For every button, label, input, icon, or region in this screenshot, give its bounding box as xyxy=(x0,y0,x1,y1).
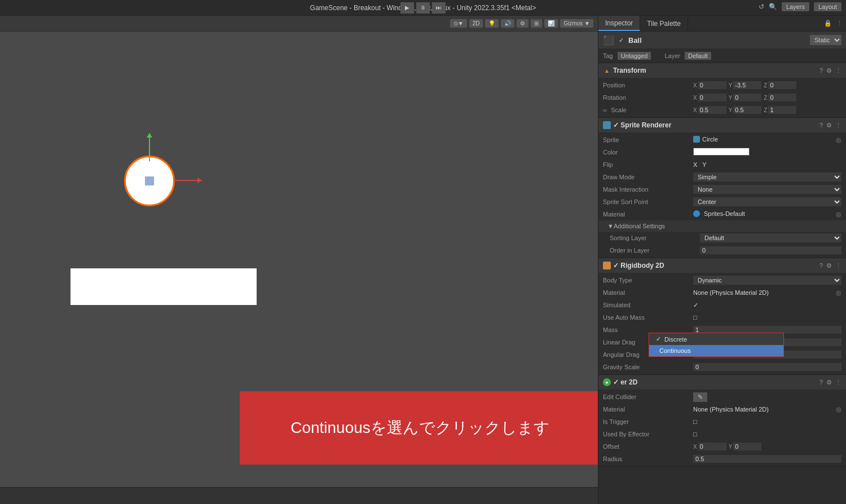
rotation-row: Rotation X Y Z xyxy=(598,91,846,104)
rigidbody2d-more-icon[interactable]: ⋮ xyxy=(835,262,841,269)
position-x-input[interactable] xyxy=(698,81,726,89)
layout-button[interactable]: Layout xyxy=(814,2,841,11)
static-dropdown[interactable]: Static xyxy=(810,35,841,45)
scene-gizmos-button[interactable]: Gizmos ▼ xyxy=(560,19,593,28)
scene-fx-button[interactable]: ⚙ xyxy=(517,19,528,28)
is-trigger-checkbox[interactable]: □ xyxy=(693,418,841,425)
tag-layer-row: Tag Untagged Layer Default xyxy=(598,48,846,63)
edit-collider-row: Edit Collider ✎ xyxy=(598,391,846,403)
panel-lock-icon[interactable]: 🔒 xyxy=(824,20,832,27)
scene-stats-button[interactable]: 📊 xyxy=(544,19,558,28)
scene-audio-button[interactable]: 🔊 xyxy=(501,19,514,28)
used-by-effector-checkbox[interactable]: □ xyxy=(693,431,841,437)
scale-y-input[interactable] xyxy=(733,106,761,114)
transform-more-icon[interactable]: ⋮ xyxy=(835,67,841,74)
pos-x-label: X xyxy=(693,82,697,89)
collider2d-more-icon[interactable]: ⋮ xyxy=(835,379,841,386)
panel-more-icon[interactable]: ⋮ xyxy=(836,20,843,27)
material-rb-label: Material xyxy=(603,289,693,296)
rotation-z-input[interactable] xyxy=(768,94,796,101)
sprite-renderer-help-icon[interactable]: ? xyxy=(819,122,823,129)
additional-settings-header[interactable]: ▼ Additional Settings xyxy=(598,220,846,232)
sprite-renderer-header[interactable]: ✓ Sprite Renderer ? ⚙ ⋮ xyxy=(598,118,846,132)
step-button[interactable]: ⏭ xyxy=(432,2,446,14)
dropdown-item-continuous[interactable]: Continuous xyxy=(649,345,783,356)
material-collider-target-icon[interactable]: ◎ xyxy=(836,406,841,413)
tab-tile-palette-label: Tile Palette xyxy=(647,20,681,28)
use-auto-mass-checkbox[interactable]: □ xyxy=(693,314,841,321)
color-swatch[interactable] xyxy=(693,148,750,156)
transform-settings-icon[interactable]: ⚙ xyxy=(826,67,832,74)
transform-header[interactable]: ▲ Transform ? ⚙ ⋮ xyxy=(598,63,846,78)
scene-canvas[interactable]: Continuousを選んでクリックします xyxy=(0,32,598,487)
collider2d-header[interactable]: ● ✓ er 2D ? ⚙ ⋮ xyxy=(598,375,846,390)
collider2d-settings-icon[interactable]: ⚙ xyxy=(826,379,832,386)
draw-mode-dropdown[interactable]: Simple xyxy=(693,173,841,182)
sprite-renderer-icon xyxy=(603,121,611,129)
rot-y-label: Y xyxy=(729,95,733,101)
material-target-icon[interactable]: ◎ xyxy=(836,211,841,218)
gravity-scale-input[interactable] xyxy=(693,363,841,371)
body-type-dropdown[interactable]: Dynamic xyxy=(693,276,841,285)
scale-link-icon[interactable]: ∞ xyxy=(603,107,607,113)
rotation-y-input[interactable] xyxy=(733,94,761,101)
object-checkbox[interactable]: ✓ xyxy=(619,37,624,44)
color-value[interactable] xyxy=(693,148,841,157)
scene-mode-button[interactable]: ⊞ xyxy=(531,19,542,28)
sprite-target-icon[interactable]: ◎ xyxy=(836,136,841,144)
ball-center-handle[interactable] xyxy=(145,176,154,185)
platform-object[interactable] xyxy=(70,268,257,305)
rigidbody2d-settings-icon[interactable]: ⚙ xyxy=(826,262,832,269)
sorting-layer-dropdown[interactable]: Default xyxy=(700,233,841,242)
scene-2d-button[interactable]: 2D xyxy=(469,19,483,28)
rigidbody2d-help-icon[interactable]: ? xyxy=(819,262,823,269)
position-x-field: X xyxy=(693,81,726,89)
pause-button[interactable]: ⏸ xyxy=(416,2,430,14)
sprite-renderer-settings-icon[interactable]: ⚙ xyxy=(826,122,832,129)
collider2d-body: Edit Collider ✎ Material None (Physics M… xyxy=(598,390,846,466)
tab-tile-palette[interactable]: Tile Palette xyxy=(640,16,688,31)
sprite-sort-label: Sprite Sort Point xyxy=(603,198,693,205)
position-z-input[interactable] xyxy=(768,81,796,89)
tab-inspector[interactable]: Inspector xyxy=(598,16,640,31)
discrete-checkmark: ✓ xyxy=(656,335,661,343)
mask-interaction-dropdown[interactable]: None xyxy=(693,185,841,194)
offset-y-label: Y xyxy=(729,444,733,450)
layers-button[interactable]: Layers xyxy=(782,2,809,11)
rot-x-field: X xyxy=(693,94,726,101)
offset-x-input[interactable] xyxy=(698,443,726,450)
transform-body: Position X Y Z xyxy=(598,78,846,117)
sprite-renderer-checkbox[interactable]: ✓ xyxy=(613,121,619,129)
dropdown-item-discrete[interactable]: ✓ Discrete xyxy=(649,333,783,345)
sprite-sort-dropdown[interactable]: Center xyxy=(693,197,841,206)
rigidbody2d-checkbox[interactable]: ✓ xyxy=(613,262,619,269)
scene-camera-button[interactable]: ⊙▼ xyxy=(450,19,467,28)
play-button[interactable]: ▶ xyxy=(400,2,414,14)
collider2d-checkbox[interactable]: ✓ xyxy=(613,378,619,386)
scene-light-button[interactable]: 💡 xyxy=(485,19,499,28)
history-icon[interactable]: ↺ xyxy=(759,3,764,11)
object-name: Ball xyxy=(628,36,642,45)
search-icon[interactable]: 🔍 xyxy=(769,3,777,11)
material-rb-target-icon[interactable]: ◎ xyxy=(836,289,841,297)
mask-interaction-row: Mask Interaction None xyxy=(598,183,846,196)
scale-x-input[interactable] xyxy=(698,106,726,114)
edit-collider-button[interactable]: ✎ xyxy=(693,392,707,402)
order-in-layer-input[interactable] xyxy=(700,246,841,254)
offset-y-input[interactable] xyxy=(733,443,761,450)
position-y-input[interactable] xyxy=(733,81,761,89)
radius-input[interactable] xyxy=(693,455,841,463)
scale-z-field: Z xyxy=(764,106,796,114)
playback-controls: ▶ ⏸ ⏭ xyxy=(400,2,446,14)
sprite-renderer-more-icon[interactable]: ⋮ xyxy=(835,122,841,129)
ball-object[interactable] xyxy=(124,156,175,206)
transform-help-icon[interactable]: ? xyxy=(819,67,823,74)
tag-dropdown[interactable]: Untagged xyxy=(618,52,651,60)
used-by-effector-row: Used By Effector □ xyxy=(598,428,846,440)
collider2d-help-icon[interactable]: ? xyxy=(819,379,823,386)
rigidbody2d-header[interactable]: ✓ Rigidbody 2D ? ⚙ ⋮ xyxy=(598,258,846,273)
layer-dropdown[interactable]: Default xyxy=(685,52,711,60)
simulated-checkbox[interactable] xyxy=(693,302,841,309)
scale-z-input[interactable] xyxy=(768,106,796,114)
rotation-x-input[interactable] xyxy=(698,94,726,101)
